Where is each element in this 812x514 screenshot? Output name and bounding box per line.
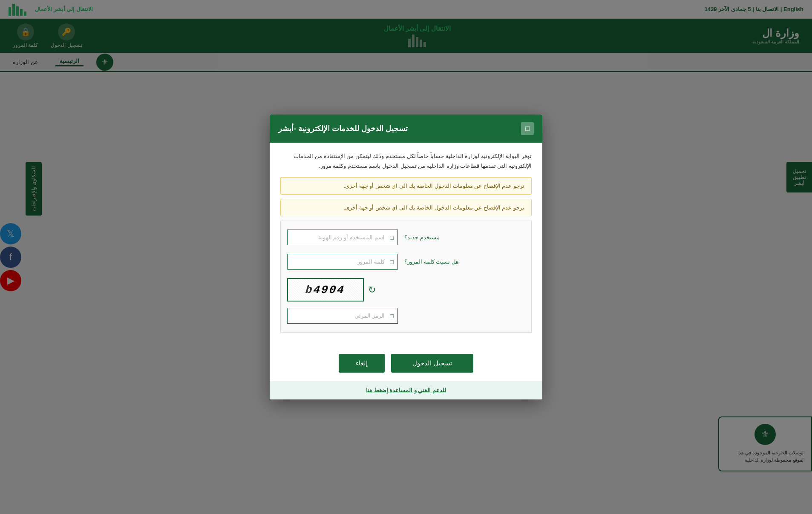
modal-title: تسجيل الدخول للخدمات الإلكترونية -أبشر: [278, 124, 408, 133]
login-button[interactable]: تسجيل الدخول: [391, 354, 473, 373]
username-row: مستخدم جديد؟ □: [287, 230, 525, 245]
captcha-input[interactable]: [287, 308, 398, 324]
username-input-icon: □: [390, 234, 394, 241]
warning-box-1: نرجو عدم الإفصاح عن معلومات الدخول الخاص…: [280, 177, 532, 195]
warning-box-2: نرجو عدم الإفصاح عن معلومات الدخول الخاص…: [280, 199, 532, 216]
modal-support-bar[interactable]: للدعم الفني و المساعدة إضغط هنا: [270, 381, 542, 399]
cancel-button[interactable]: إلغاء: [339, 354, 385, 373]
captcha-text: b4904: [305, 284, 346, 296]
password-input[interactable]: [287, 254, 398, 270]
captcha-input-row: □: [287, 308, 525, 324]
forgot-password-link[interactable]: هل نسيت كلمة المرور؟: [404, 258, 459, 265]
captcha-input-icon: □: [390, 313, 394, 319]
login-form: مستخدم جديد؟ □ هل نسيت كلمة المرور؟ □: [280, 221, 532, 333]
modal-description: توفر البوابة الإلكترونية لوزارة الداخلية…: [280, 151, 532, 171]
warning-text-2: نرجو عدم الإفصاح عن معلومات الدخول الخاص…: [343, 204, 524, 211]
modal-close-button[interactable]: □: [521, 122, 534, 135]
support-link[interactable]: إضغط هنا: [366, 387, 388, 393]
username-input[interactable]: [287, 230, 398, 245]
modal-header: □ تسجيل الدخول للخدمات الإلكترونية -أبشر: [270, 115, 542, 143]
captcha-lines: [303, 286, 344, 299]
svg-line-0: [303, 292, 343, 293]
username-input-wrapper: □: [287, 230, 398, 245]
support-text: للدعم الفني و المساعدة: [388, 387, 446, 393]
password-input-icon: □: [390, 258, 394, 265]
modal-footer: تسجيل الدخول إلغاء: [270, 345, 542, 381]
new-user-link[interactable]: مستخدم جديد؟: [404, 234, 440, 241]
captcha-refresh-button[interactable]: ↻: [368, 284, 376, 296]
password-input-wrapper: □: [287, 254, 398, 270]
login-modal: □ تسجيل الدخول للخدمات الإلكترونية -أبشر…: [270, 115, 542, 400]
captcha-image: b4904: [287, 278, 364, 302]
warning-text-1: نرجو عدم الإفصاح عن معلومات الدخول الخاص…: [343, 183, 524, 189]
modal-overlay: □ تسجيل الدخول للخدمات الإلكترونية -أبشر…: [0, 0, 812, 514]
modal-body: توفر البوابة الإلكترونية لوزارة الداخلية…: [270, 143, 542, 346]
password-row: هل نسيت كلمة المرور؟ □: [287, 254, 525, 270]
captcha-input-wrapper: □: [287, 308, 398, 324]
captcha-row: ↻ b4904: [287, 278, 525, 302]
